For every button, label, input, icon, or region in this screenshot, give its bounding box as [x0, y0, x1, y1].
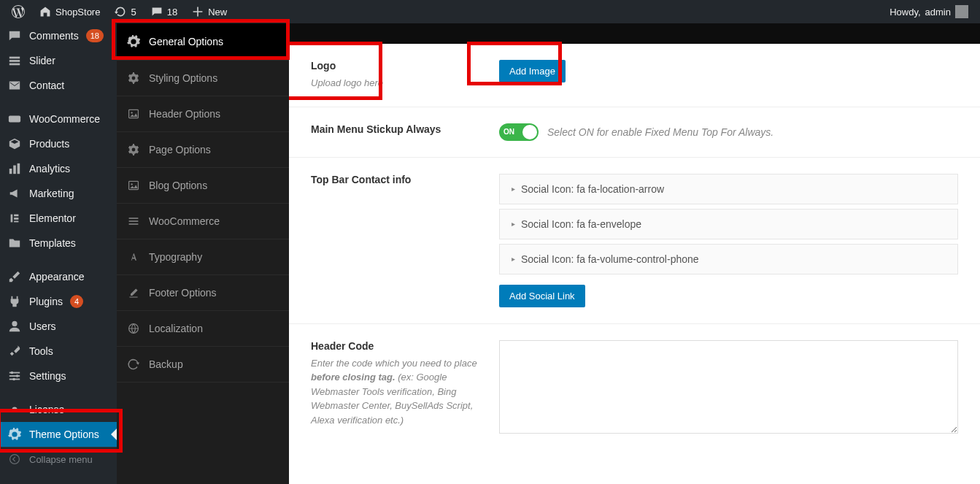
admin-menu-label: Marketing [29, 188, 74, 199]
header-code-textarea[interactable] [499, 340, 958, 434]
options-tab-label: Header Options [149, 108, 220, 120]
bars-icon [127, 215, 140, 227]
badge: 4 [70, 295, 83, 308]
admin-menu-users[interactable]: Users [0, 314, 117, 339]
options-tab-blog-options[interactable]: Blog Options [117, 168, 289, 204]
gear-cut-icon [7, 403, 22, 416]
options-tab-localization[interactable]: Localization [117, 311, 289, 347]
admin-menu-plugins[interactable]: Plugins4 [0, 289, 117, 314]
options-tab-backup[interactable]: Backup [117, 347, 289, 383]
envelope-icon [7, 79, 22, 92]
sliders-icon [7, 369, 22, 383]
add-image-button[interactable]: Add Image [499, 60, 566, 82]
svg-point-15 [16, 374, 19, 377]
comments-link[interactable]: 18 [145, 0, 183, 23]
admin-menu-products[interactable]: Products [0, 131, 117, 156]
chevron-right-icon: ▸ [512, 185, 515, 193]
updates-link[interactable]: 5 [109, 0, 142, 23]
chevron-right-icon: ▸ [512, 220, 515, 228]
header-code-title: Header Code [311, 340, 477, 352]
user-account-link[interactable]: Howdy, admin [884, 0, 974, 23]
svg-rect-1 [9, 60, 20, 62]
svg-rect-25 [129, 223, 139, 225]
options-tab-styling-options[interactable]: Styling Options [117, 61, 289, 96]
wp-logo-button[interactable] [6, 0, 31, 23]
svg-point-20 [131, 112, 132, 113]
howdy-prefix: Howdy, [890, 7, 920, 18]
refresh-icon [127, 358, 140, 370]
brush-icon [7, 270, 22, 283]
collapse-menu-button[interactable]: Collapse menu [0, 447, 117, 471]
admin-menu-license[interactable]: License [0, 397, 117, 422]
options-tab-footer-options[interactable]: Footer Options [117, 275, 289, 311]
admin-menu-label: WooCommerce [29, 113, 100, 125]
image-icon [127, 108, 140, 120]
new-content-link[interactable]: New [186, 0, 233, 23]
admin-menu-label: Slider [29, 55, 55, 66]
admin-menu-comments[interactable]: Comments18 [0, 23, 117, 48]
svg-point-13 [11, 372, 14, 374]
toolbar-comments-count: 18 [167, 7, 177, 18]
slider-icon [7, 54, 22, 67]
social-icon-row[interactable]: ▸Social Icon: fa fa-envelope [499, 209, 958, 239]
user-icon [7, 320, 22, 333]
admin-menu-contact[interactable]: Contact [0, 73, 117, 98]
options-tab-label: Styling Options [149, 72, 217, 84]
header-code-hint: Enter the code which you need to place b… [311, 356, 477, 428]
logo-title: Logo [311, 60, 477, 72]
image-icon [127, 180, 140, 191]
options-tab-label: Localization [149, 323, 203, 334]
options-tab-label: Typography [149, 251, 202, 263]
theme-options-content: Logo Upload logo here Add Image Main Men… [289, 23, 980, 484]
gear-icon [7, 428, 22, 441]
social-icon-row[interactable]: ▸Social Icon: fa fa-location-arrow [499, 174, 958, 204]
admin-menu-slider[interactable]: Slider [0, 48, 117, 73]
svg-point-17 [12, 378, 15, 381]
options-tab-label: WooCommerce [149, 215, 220, 227]
admin-menu-theme-options[interactable]: Theme Options [0, 422, 117, 447]
megaphone-icon [7, 187, 22, 200]
globe-icon [127, 323, 140, 334]
admin-menu-analytics[interactable]: Analytics [0, 156, 117, 181]
cube-icon [7, 137, 22, 150]
admin-menu-templates[interactable]: Templates [0, 231, 117, 256]
chart-icon [7, 162, 22, 175]
updates-count: 5 [131, 7, 136, 18]
plug-icon [7, 295, 22, 308]
admin-menu-elementor[interactable]: Elementor [0, 206, 117, 231]
menu-stickup-toggle[interactable]: ON [499, 123, 539, 141]
collapse-icon [7, 453, 22, 465]
font-icon [127, 251, 140, 263]
social-icon-row[interactable]: ▸Social Icon: fa fa-volume-control-phone [499, 244, 958, 274]
site-home-link[interactable]: ShopStore [34, 0, 106, 23]
comment-icon [151, 6, 163, 18]
svg-rect-7 [11, 215, 13, 223]
admin-menu-marketing[interactable]: Marketing [0, 181, 117, 206]
admin-menu-label: Settings [29, 370, 66, 382]
admin-menu-settings[interactable]: Settings [0, 364, 117, 388]
svg-rect-23 [129, 218, 139, 219]
avatar [955, 5, 968, 18]
options-tab-general-options[interactable]: General Options [117, 23, 289, 61]
svg-point-18 [10, 455, 20, 464]
wordpress-icon [12, 5, 25, 18]
admin-menu-tools[interactable]: Tools [0, 339, 117, 364]
social-icon-label: Social Icon: fa fa-volume-control-phone [521, 253, 699, 265]
options-tab-typography[interactable]: Typography [117, 239, 289, 275]
svg-rect-8 [14, 215, 18, 217]
admin-menu-woocommerce[interactable]: WooCommerce [0, 107, 117, 131]
admin-menu-label: Tools [29, 345, 53, 357]
elementor-icon [7, 212, 22, 225]
topbar-title: Top Bar Contact info [311, 174, 477, 185]
gear-alt-icon [127, 72, 140, 84]
admin-menu-label: Plugins [29, 296, 63, 307]
options-tab-header-options[interactable]: Header Options [117, 96, 289, 132]
options-tab-page-options[interactable]: Page Options [117, 132, 289, 168]
content-header-strip [289, 23, 980, 44]
options-tab-woocommerce[interactable]: WooCommerce [117, 204, 289, 239]
admin-menu-appearance[interactable]: Appearance [0, 264, 117, 289]
svg-rect-5 [13, 166, 16, 174]
admin-menu-label: Products [29, 138, 69, 150]
svg-rect-10 [14, 221, 18, 223]
add-social-link-button[interactable]: Add Social Link [499, 285, 585, 307]
